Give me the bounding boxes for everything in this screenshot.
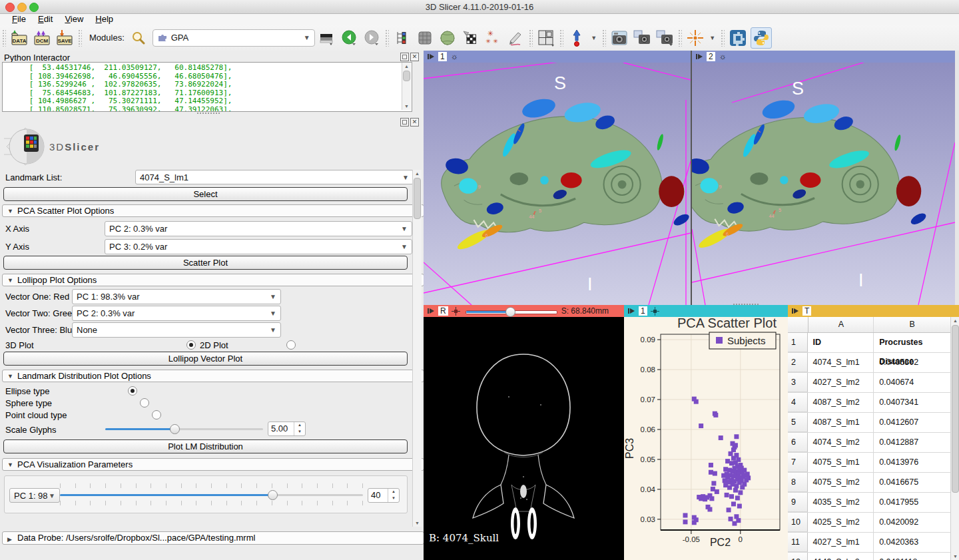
- scatter-point[interactable]: [727, 507, 731, 512]
- spin-down-icon[interactable]: ▼: [388, 495, 399, 502]
- python-console-icon[interactable]: [751, 27, 772, 49]
- scatter-point[interactable]: [731, 501, 736, 506]
- menu-edit[interactable]: Edit: [38, 14, 53, 24]
- pca-viz-slider[interactable]: [60, 490, 363, 499]
- pca-viz-header[interactable]: ▼ PCA Visualization Parameters: [2, 458, 424, 471]
- modules-selector-combo[interactable]: GPA ▼: [153, 29, 315, 47]
- extensions-icon[interactable]: [728, 28, 748, 48]
- spin-up-icon[interactable]: ▲: [294, 422, 305, 429]
- row-number-cell[interactable]: 6: [788, 433, 808, 452]
- spin-up-icon[interactable]: ▲: [388, 489, 399, 495]
- toolbar-grip[interactable]: [385, 29, 389, 47]
- scatter-point[interactable]: [713, 471, 717, 476]
- table-row[interactable]: 54087_S_lm10.0412607: [788, 413, 950, 433]
- scatter-point[interactable]: [707, 507, 712, 511]
- view-controller-icon[interactable]: ☼: [451, 52, 458, 61]
- id-cell[interactable]: 4074_S_lm1: [808, 353, 874, 372]
- lollipop-options-header[interactable]: ▼ Lollipop Plot Options: [2, 274, 424, 286]
- module-list-icon[interactable]: [392, 28, 412, 48]
- id-cell[interactable]: 4025_S_lm2: [808, 513, 874, 532]
- plot-lm-distribution-button[interactable]: Plot LM Distribution: [3, 439, 408, 453]
- menu-view[interactable]: View: [65, 14, 83, 24]
- pin-icon[interactable]: [695, 53, 703, 60]
- view-splitter[interactable]: [691, 51, 692, 305]
- pin-icon[interactable]: [427, 308, 435, 314]
- scatter-point[interactable]: [711, 481, 716, 485]
- scatter-point[interactable]: [699, 423, 703, 428]
- column-b-header[interactable]: B: [874, 317, 950, 332]
- id-cell[interactable]: 4027_S_lm1: [808, 533, 874, 552]
- point-cloud-type-radio[interactable]: [152, 410, 161, 420]
- load-data-icon[interactable]: DATA: [9, 28, 29, 48]
- crosshair-dropdown-icon[interactable]: ▼: [708, 28, 717, 48]
- toolbar-grip[interactable]: [602, 29, 606, 47]
- id-cell[interactable]: 4027_S_lm2: [808, 373, 874, 392]
- scatter-point[interactable]: [735, 495, 740, 500]
- x-axis-combo[interactable]: PC 2: 0.3% var▼: [105, 221, 412, 236]
- markups-icon[interactable]: ✳✳✳: [483, 28, 503, 48]
- scatter-point[interactable]: [733, 443, 738, 447]
- column-a-header[interactable]: A: [808, 317, 874, 332]
- distance-cell[interactable]: 0.040674: [874, 373, 950, 392]
- scatter-point[interactable]: [738, 490, 743, 495]
- layout-grid-icon[interactable]: [536, 28, 556, 48]
- landmark-distribution-header[interactable]: ▼ Landmark Distribution Plot Options: [2, 370, 424, 382]
- row-number-cell[interactable]: 10: [788, 513, 808, 532]
- spin-down-icon[interactable]: ▼: [294, 429, 305, 435]
- landmark-list-combo[interactable]: 4074_S_lm1▼: [135, 170, 414, 184]
- distance-cell[interactable]: 0.0420092: [874, 513, 950, 532]
- id-cell[interactable]: 4074_S_lm2: [808, 433, 874, 452]
- id-cell[interactable]: 4149_S_lm2: [808, 553, 874, 560]
- id-cell[interactable]: 4075_S_lm1: [808, 453, 874, 472]
- select-button[interactable]: Select: [3, 187, 408, 201]
- row-number-cell[interactable]: 1: [788, 333, 808, 352]
- slider-thumb[interactable]: [170, 424, 180, 434]
- scene-view-icon[interactable]: [632, 28, 652, 48]
- data-probe-header[interactable]: ▶ Data Probe: /Users/srolfe/Dropbox/Sl..…: [2, 531, 424, 545]
- toolbar-grip[interactable]: [721, 29, 725, 47]
- id-cell[interactable]: ID: [808, 333, 874, 352]
- slice-offset-slider[interactable]: [466, 306, 556, 316]
- scatter-point[interactable]: [713, 413, 718, 418]
- scale-glyphs-slider[interactable]: [105, 424, 263, 433]
- pca-scatter-chart[interactable]: 0.030.040.050.060.070.080.09-0.050PCA Sc…: [624, 317, 788, 560]
- float-panel-icon[interactable]: [400, 53, 409, 61]
- slice-controller-icon[interactable]: [452, 307, 460, 316]
- scatter-point[interactable]: [746, 475, 751, 480]
- pca-scatter-options-header[interactable]: ▼ PCA Scatter Plot Options: [2, 204, 424, 217]
- scatter-point[interactable]: [729, 494, 734, 499]
- toolbar-grip[interactable]: [529, 29, 533, 47]
- back-icon[interactable]: [339, 28, 359, 48]
- row-number-cell[interactable]: 3: [788, 373, 808, 392]
- distance-cell[interactable]: 0.0416675: [874, 473, 950, 492]
- distance-cell[interactable]: 0.0405302: [874, 353, 950, 372]
- plot-3d-radio[interactable]: [186, 340, 196, 350]
- scatter-point[interactable]: [715, 489, 719, 494]
- screenshot-icon[interactable]: [609, 28, 629, 48]
- pin-icon[interactable]: [627, 308, 635, 314]
- table-row[interactable]: 44087_S_lm20.0407341: [788, 393, 950, 413]
- row-number-cell[interactable]: 12: [788, 553, 808, 560]
- red-slice-viewport[interactable]: B: 4074_Skull: [424, 317, 624, 560]
- id-cell[interactable]: 4075_S_lm2: [808, 473, 874, 492]
- python-console-scrollbar[interactable]: ▲▼: [402, 63, 411, 110]
- annotations-icon[interactable]: [505, 28, 525, 48]
- id-cell[interactable]: 4087_S_lm1: [808, 413, 874, 432]
- vector-three-combo[interactable]: None▼: [72, 322, 281, 338]
- row-number-cell[interactable]: 9: [788, 493, 808, 512]
- menu-file[interactable]: File: [12, 14, 26, 24]
- scatter-point[interactable]: [742, 482, 747, 487]
- scatter-point[interactable]: [725, 493, 729, 497]
- crosshair-icon[interactable]: [685, 28, 705, 48]
- save-icon[interactable]: SAVE: [55, 28, 75, 48]
- ellipse-type-radio[interactable]: [128, 386, 137, 396]
- distance-cell[interactable]: 0.0420363: [874, 533, 950, 552]
- scatter-point[interactable]: [709, 463, 713, 467]
- transforms-icon[interactable]: [460, 28, 480, 48]
- view2-3d-viewport[interactable]: S I: [692, 63, 955, 305]
- scatter-point[interactable]: [736, 457, 741, 462]
- vector-one-combo[interactable]: PC 1: 98.3% var▼: [72, 289, 281, 304]
- scene-view-restore-icon[interactable]: [655, 28, 675, 48]
- float-module-panel-icon[interactable]: [400, 118, 409, 127]
- pc-select-combo[interactable]: PC 1: 98▼: [9, 488, 60, 503]
